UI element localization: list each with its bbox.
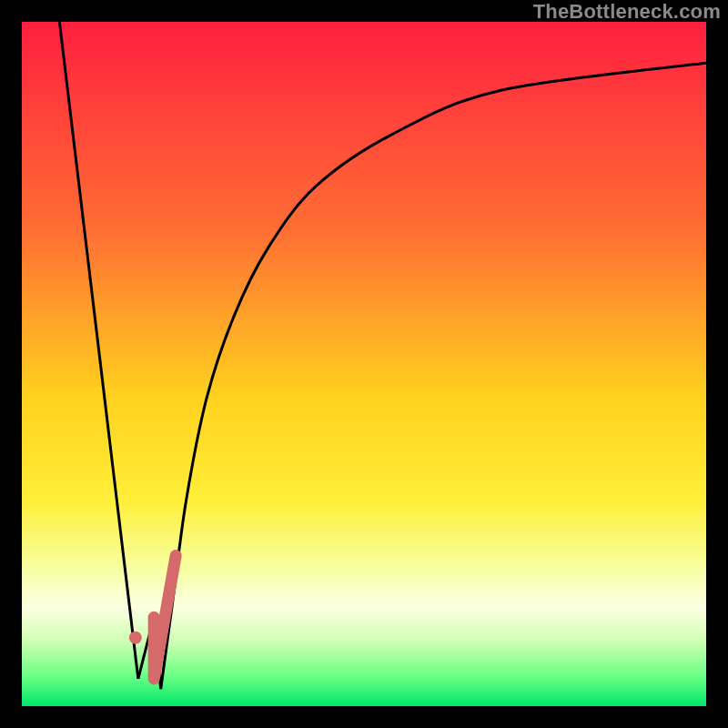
series-left-spike bbox=[59, 22, 137, 679]
series-marker-dot bbox=[129, 632, 142, 644]
series-rise-curve bbox=[161, 63, 706, 689]
chart-frame: TheBottleneck.com bbox=[0, 0, 728, 728]
plot-area bbox=[22, 22, 706, 706]
chart-curves bbox=[22, 22, 706, 706]
watermark-text: TheBottleneck.com bbox=[533, 0, 721, 24]
